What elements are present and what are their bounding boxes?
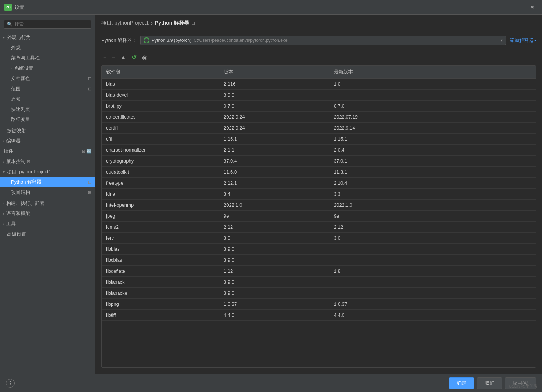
interpreter-select[interactable]: Python 3.9 (pytorch) C:\Users\peace\.con… <box>140 36 506 45</box>
nav-back-button[interactable]: ← <box>514 19 524 27</box>
confirm-button[interactable]: 确定 <box>449 377 474 389</box>
table-row[interactable]: lcms2 2.12 2.12 <box>102 222 536 233</box>
table-row[interactable]: libpng 1.6.37 1.6.37 <box>102 299 536 310</box>
arrow-icon: ▾ <box>3 170 5 174</box>
nav-forward-button[interactable]: → <box>526 19 536 27</box>
remove-package-button[interactable]: − <box>110 53 117 62</box>
sidebar-item-path-variables[interactable]: 路径变量 <box>0 115 95 125</box>
search-box[interactable]: 🔍 <box>4 20 91 29</box>
breadcrumb-current: Python 解释器 <box>155 20 189 26</box>
table-row[interactable]: libcblas 3.9.0 <box>102 255 536 266</box>
arrow-icon: › <box>3 212 4 216</box>
package-name: blas-devel <box>102 90 219 100</box>
up-button[interactable]: ▲ <box>119 53 128 62</box>
sidebar-group-tools[interactable]: › 工具 <box>0 219 95 229</box>
package-version: 3.9.0 <box>219 244 329 254</box>
table-row[interactable]: libtiff 4.4.0 4.4.0 <box>102 310 536 321</box>
table-row[interactable]: ca-certificates 2022.9.24 2022.07.19 <box>102 112 536 123</box>
interpreter-name: Python 3.9 (pytorch) <box>152 38 191 43</box>
package-latest: 3.0 <box>329 233 536 243</box>
table-row[interactable]: brotlipy 0.7.0 0.7.0 <box>102 101 536 112</box>
sidebar-group-vcs[interactable]: › 版本控制 ⊟ <box>0 156 95 167</box>
package-name: intel-openmp <box>102 200 219 210</box>
package-name: liblapack <box>102 277 219 287</box>
table-row[interactable]: cryptography 37.0.4 37.0.1 <box>102 156 536 167</box>
package-name: lcms2 <box>102 222 219 232</box>
table-row[interactable]: liblapack 3.9.0 <box>102 277 536 288</box>
package-latest <box>329 277 536 287</box>
search-input[interactable] <box>15 22 88 27</box>
header-version: 版本 <box>219 66 329 78</box>
package-name: libblas <box>102 244 219 254</box>
table-row[interactable]: charset-normalizer 2.1.1 2.0.4 <box>102 145 536 156</box>
table-row[interactable]: cudatoolkit 11.6.0 11.3.1 <box>102 167 536 178</box>
badge-icon: ⊟ <box>88 76 91 81</box>
sidebar-item-python-interpreter[interactable]: Python 解释器 ⊟ <box>0 177 95 187</box>
table-row[interactable]: cffi 1.15.1 1.15.1 <box>102 134 536 145</box>
table-row[interactable]: libblas 3.9.0 <box>102 244 536 255</box>
close-button[interactable]: ✕ <box>527 2 538 12</box>
add-interpreter-button[interactable]: 添加解释器 ▾ <box>510 37 536 44</box>
sidebar-item-quick-lists[interactable]: 快速列表 <box>0 104 95 115</box>
table-row[interactable]: lerc 3.0 3.0 <box>102 233 536 244</box>
package-latest: 1.8 <box>329 266 536 276</box>
table-row[interactable]: certifi 2022.9.24 2022.9.14 <box>102 123 536 134</box>
package-name: charset-normalizer <box>102 145 219 155</box>
interpreter-bar: Python 解释器： Python 3.9 (pytorch) C:\User… <box>95 32 542 49</box>
table-row[interactable]: blas 2.116 1.0 <box>102 79 536 90</box>
cancel-button[interactable]: 取消 <box>477 377 502 389</box>
content-area: 项目: pythonProject1 › Python 解释器 ⊟ ← → Py… <box>95 15 542 374</box>
table-row[interactable]: blas-devel 3.9.0 <box>102 90 536 101</box>
arrow-icon: ▾ <box>3 36 5 40</box>
eye-button[interactable]: ◉ <box>140 53 149 62</box>
package-name: lerc <box>102 233 219 243</box>
package-version: 0.7.0 <box>219 101 329 111</box>
sidebar-item-appearance[interactable]: 外观 <box>0 43 95 53</box>
package-latest: 2022.07.19 <box>329 112 536 122</box>
sidebar-item-file-colors[interactable]: 文件颜色 ⊟ <box>0 73 95 84</box>
package-latest: 2022.1.0 <box>329 200 536 210</box>
sidebar-item-plugins[interactable]: 插件 ⊟ 🔤 <box>0 146 95 156</box>
package-version: 37.0.4 <box>219 156 329 166</box>
sidebar-item-notifications[interactable]: 通知 <box>0 94 95 104</box>
package-latest: 2.0.4 <box>329 145 536 155</box>
sidebar-item-system-settings[interactable]: › 系统设置 <box>0 63 95 73</box>
sidebar: 🔍 ▾ 外观与行为 外观 菜单与工具栏 › 系统设置 文件颜色 ⊟ <box>0 15 95 374</box>
table-row[interactable]: jpeg 9e 9e <box>102 211 536 222</box>
breadcrumb-bar: 项目: pythonProject1 › Python 解释器 ⊟ ← → <box>95 15 542 32</box>
sidebar-item-menu-toolbar[interactable]: 菜单与工具栏 <box>0 53 95 63</box>
table-row[interactable]: liblapacke 3.9.0 <box>102 288 536 299</box>
package-latest: 4.4.0 <box>329 310 536 320</box>
sidebar-item-project-structure[interactable]: 项目结构 ⊟ <box>0 187 95 197</box>
package-version: 3.9.0 <box>219 255 329 265</box>
sidebar-group-languages[interactable]: › 语言和框架 <box>0 208 95 219</box>
package-version: 4.4.0 <box>219 310 329 320</box>
badge-icon: ⊟ <box>88 87 91 91</box>
window-title: 设置 <box>15 4 527 11</box>
package-name: jpeg <box>102 211 219 221</box>
sidebar-group-project[interactable]: ▾ 项目: pythonProject1 <box>0 167 95 177</box>
help-button[interactable]: ? <box>6 379 15 388</box>
sidebar-group-editor[interactable]: › 编辑器 <box>0 136 95 146</box>
refresh-button[interactable]: ↺ <box>130 52 139 62</box>
breadcrumb-project: 项目: pythonProject1 <box>101 20 149 26</box>
sidebar-item-scope[interactable]: 范围 ⊟ <box>0 84 95 94</box>
package-latest: 2.12 <box>329 222 536 232</box>
sidebar-group-advanced[interactable]: ▾ 高级设置 <box>0 229 95 239</box>
package-latest <box>329 288 536 298</box>
package-name: cryptography <box>102 156 219 166</box>
package-latest: 37.0.1 <box>329 156 536 166</box>
sidebar-group-appearance[interactable]: ▾ 外观与行为 <box>0 32 95 43</box>
table-body[interactable]: blas 2.116 1.0 blas-devel 3.9.0 brotlipy… <box>102 79 536 367</box>
sidebar-group-build[interactable]: › 构建、执行、部署 <box>0 198 95 208</box>
sidebar-group-keymap[interactable]: ▾ 按键映射 <box>0 126 95 136</box>
add-package-button[interactable]: + <box>101 53 108 62</box>
table-row[interactable]: libdeflate 1.12 1.8 <box>102 266 536 277</box>
table-row[interactable]: freetype 2.12.1 2.10.4 <box>102 178 536 189</box>
packages-table: 软件包 版本 最新版本 blas 2.116 1.0 blas-devel 3.… <box>101 65 536 368</box>
package-name: cudatoolkit <box>102 167 219 177</box>
package-latest <box>329 90 536 100</box>
table-row[interactable]: intel-openmp 2022.1.0 2022.1.0 <box>102 200 536 211</box>
table-row[interactable]: idna 3.4 3.3 <box>102 189 536 200</box>
arrow-icon: › <box>3 202 4 206</box>
